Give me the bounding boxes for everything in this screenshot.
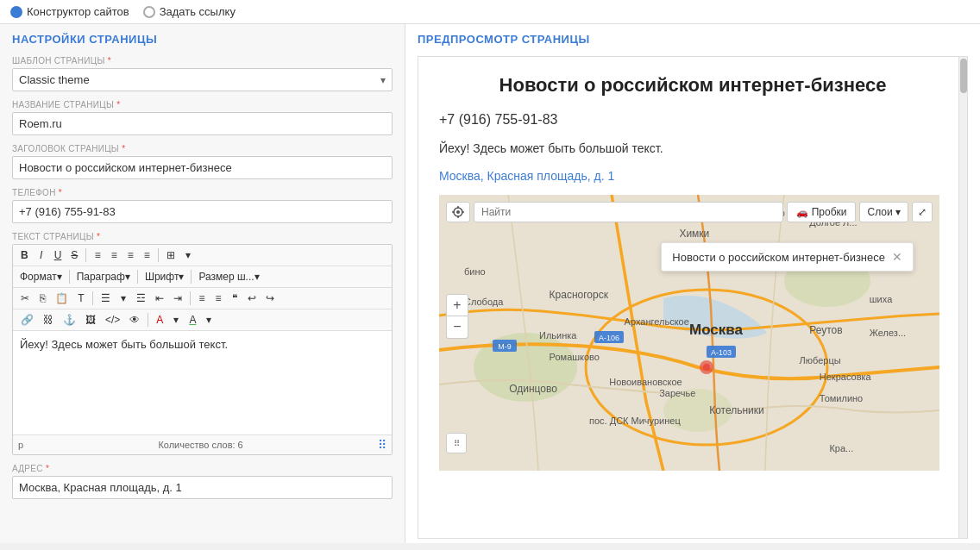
align-center-button[interactable]: ≡ xyxy=(106,247,122,263)
phone-input[interactable] xyxy=(12,200,393,223)
resize-handle-icon[interactable]: ⠿ xyxy=(378,438,386,452)
main-layout: НАСТРОЙКИ СТРАНИЦЫ ШАБЛОН СТРАНИЦЫ * Cla… xyxy=(0,24,980,543)
paragraph-dropdown[interactable]: Параграф ▾ xyxy=(73,269,134,284)
editor-tag: p xyxy=(18,440,23,450)
toolbar-divider-4 xyxy=(137,270,138,284)
redo-button[interactable]: ↪ xyxy=(261,291,279,306)
svg-point-12 xyxy=(703,364,710,371)
page-header-input[interactable] xyxy=(12,156,393,179)
list-ul-button[interactable]: ☰ xyxy=(97,291,115,306)
settings-section-title: НАСТРОЙКИ СТРАНИЦЫ xyxy=(12,33,393,46)
preview-address: Москва, Красная площадь, д. 1 xyxy=(439,169,946,183)
align-left2-button[interactable]: ≡ xyxy=(194,291,210,306)
align-right2-button[interactable]: ≡ xyxy=(210,291,226,306)
preview-heading: Новости о российском интернет-бизнесе xyxy=(439,74,946,97)
strikethrough-button[interactable]: S xyxy=(66,247,82,263)
toolbar-divider-3 xyxy=(69,270,70,284)
copy-button[interactable]: ⎘ xyxy=(35,291,50,306)
map-layers-button[interactable]: Слои ▾ xyxy=(859,202,908,222)
format-dropdown[interactable]: Формат ▾ xyxy=(16,269,66,284)
scrollbar-track xyxy=(958,57,967,538)
font-dropdown[interactable]: Шрифт ▾ xyxy=(141,269,187,284)
toolbar-divider-5 xyxy=(191,270,192,284)
cut-button[interactable]: ✂ xyxy=(16,291,34,306)
svg-text:M-9: M-9 xyxy=(498,342,512,351)
page-name-label: НАЗВАНИЕ СТРАНИЦЫ * xyxy=(12,100,393,109)
map-background: A-103 A-106 M-9 Химки Химкинскоевдхр. xyxy=(439,195,939,471)
paste-button[interactable]: 📋 xyxy=(51,291,72,306)
bg-color-dropdown[interactable]: ▾ xyxy=(201,312,217,328)
image-button[interactable]: 🖼 xyxy=(81,312,100,328)
svg-text:A-106: A-106 xyxy=(599,334,619,342)
preview-content: Новости о российском интернет-бизнесе +7… xyxy=(418,57,967,488)
toolbar-row-1: B I U S ≡ ≡ ≡ ≡ ⊞ ▾ xyxy=(13,245,392,266)
blockquote-button[interactable]: ❝ xyxy=(227,291,242,306)
list-ol-button[interactable]: ☲ xyxy=(132,291,150,306)
list-ul-dropdown[interactable]: ▾ xyxy=(116,291,131,306)
font-color-button[interactable]: A xyxy=(152,312,167,328)
preview-section-title: ПРЕДПРОСМОТР СТРАНИЦЫ xyxy=(418,33,968,46)
underline-button[interactable]: U xyxy=(50,247,66,263)
map-popup-close-button[interactable]: ✕ xyxy=(892,250,902,264)
radio-link-icon xyxy=(143,6,155,18)
toolbar-row-4: 🔗 ⛓ ⚓ 🖼 </> 👁 A ▾ A ▾ xyxy=(13,309,392,331)
drag-icon[interactable]: ⠿ xyxy=(446,433,467,453)
right-panel: ПРЕДПРОСМОТР СТРАНИЦЫ Новости о российск… xyxy=(405,24,980,543)
map-drag-handle: ⠿ xyxy=(446,433,467,453)
bg-color-button[interactable]: A xyxy=(185,312,200,328)
page-name-input[interactable] xyxy=(12,112,393,135)
template-select[interactable]: Classic theme xyxy=(12,68,393,91)
bold-button[interactable]: B xyxy=(16,247,33,263)
map-traffic-button[interactable]: 🚗 Пробки xyxy=(787,202,857,222)
scrollbar-thumb[interactable] xyxy=(960,59,967,93)
font-color-dropdown[interactable]: ▾ xyxy=(168,312,184,328)
link-button[interactable]: 🔗 xyxy=(16,312,38,328)
top-bar: Конструктор сайтов Задать ссылку xyxy=(0,0,980,24)
code-button[interactable]: </> xyxy=(101,312,124,328)
toolbar-divider-8 xyxy=(148,313,148,327)
preview-button[interactable]: 👁 xyxy=(125,312,144,328)
option-link[interactable]: Задать ссылку xyxy=(143,5,236,18)
map-zoom-controls: + − xyxy=(446,294,468,339)
map-fullscreen-button[interactable]: ⤢ xyxy=(912,202,933,222)
toolbar-divider-7 xyxy=(190,291,191,305)
editor-content[interactable]: Йеху! Здесь может быть большой текст. xyxy=(13,331,392,434)
map-popup-text: Новости о российском интернет-бизнесе xyxy=(672,251,885,264)
align-right-button[interactable]: ≡ xyxy=(122,247,138,263)
indent-button[interactable]: ⇥ xyxy=(169,291,186,306)
outdent-button[interactable]: ⇤ xyxy=(151,291,168,306)
map-zoom-in-button[interactable]: + xyxy=(446,294,468,316)
map-roads-overlay: A-103 A-106 M-9 xyxy=(439,195,939,471)
option-constructor[interactable]: Конструктор сайтов xyxy=(10,5,129,18)
align-justify-button[interactable]: ≡ xyxy=(139,247,154,263)
traffic-icon: 🚗 xyxy=(796,207,808,218)
toolbar-divider-2 xyxy=(158,248,159,262)
svg-text:A-103: A-103 xyxy=(711,348,732,357)
undo-button[interactable]: ↩ xyxy=(243,291,261,306)
text-editor: B I U S ≡ ≡ ≡ ≡ ⊞ ▾ Формат ▾ xyxy=(12,244,393,455)
map-zoom-out-button[interactable]: − xyxy=(446,316,468,339)
preview-text: Йеху! Здесь может быть большой текст. xyxy=(439,141,946,155)
template-select-wrapper: Classic theme ▾ xyxy=(12,68,393,91)
preview-phone: +7 (916) 755-91-83 xyxy=(439,112,946,128)
italic-button[interactable]: I xyxy=(34,247,49,263)
unlink-button[interactable]: ⛓ xyxy=(39,312,58,328)
anchor-button[interactable]: ⚓ xyxy=(59,312,80,328)
map-toolbar: 🚗 Пробки Слои ▾ ⤢ xyxy=(446,202,933,222)
address-input[interactable] xyxy=(12,476,393,499)
align-left-button[interactable]: ≡ xyxy=(90,247,105,263)
template-label: ШАБЛОН СТРАНИЦЫ * xyxy=(12,56,393,66)
paste-text-button[interactable]: T xyxy=(73,291,89,306)
map-search-input[interactable] xyxy=(474,202,783,222)
table-button[interactable]: ⊞ xyxy=(162,247,179,263)
page-header-label: ЗАГОЛОВОК СТРАНИЦЫ * xyxy=(12,144,393,153)
location-icon xyxy=(452,206,464,218)
left-panel: НАСТРОЙКИ СТРАНИЦЫ ШАБЛОН СТРАНИЦЫ * Cla… xyxy=(0,24,405,543)
table-dropdown-button[interactable]: ▾ xyxy=(180,247,196,263)
map-location-button[interactable] xyxy=(446,202,470,222)
word-count: Количество слов: 6 xyxy=(158,440,242,450)
toolbar-row-2: Формат ▾ Параграф ▾ Шрифт ▾ Размер ш... … xyxy=(13,266,392,288)
svg-point-3 xyxy=(663,389,732,432)
size-dropdown[interactable]: Размер ш... ▾ xyxy=(195,269,262,284)
phone-label: ТЕЛЕФОН * xyxy=(12,188,393,197)
